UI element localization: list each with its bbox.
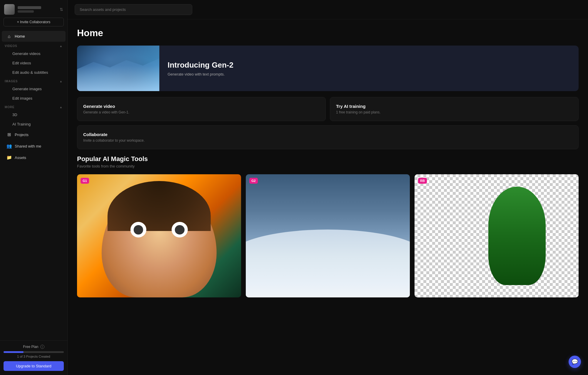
more-section-header[interactable]: MORE ▲ (0, 103, 67, 110)
plan-label: Free Plan i (4, 345, 64, 349)
more-chevron-icon: ▲ (59, 106, 63, 109)
user-profile[interactable]: ⇅ (0, 0, 67, 18)
avatar (4, 4, 15, 15)
sidebar-item-3d[interactable]: 3D (2, 110, 66, 119)
green-figure (488, 187, 546, 285)
sidebar-item-ai-training[interactable]: AI Training (2, 120, 66, 129)
tool-card-3-badge: RB (418, 178, 427, 184)
videos-section-header[interactable]: VIDEOS ▲ (0, 42, 67, 49)
progress-bar-fill (4, 351, 24, 353)
ai-training-label: AI Training (12, 122, 31, 126)
tool-card-2-badge: G2 (249, 178, 258, 184)
feature-card-collaborate[interactable]: Collaborate Invite a collaborator to you… (77, 125, 579, 149)
upgrade-button[interactable]: Upgrade to Standard (4, 361, 64, 371)
chat-icon: 💬 (572, 359, 578, 365)
page-title: Home (77, 28, 579, 38)
tool-card-2[interactable]: G2 (246, 174, 410, 297)
tool-card-1[interactable]: G1 (77, 174, 241, 297)
character-face (102, 187, 217, 297)
hero-banner[interactable]: Introducing Gen-2 Generate video with te… (77, 46, 579, 91)
sidebar-item-shared[interactable]: 👥 Shared with me (2, 140, 66, 152)
tool-card-3[interactable]: RB (415, 174, 579, 297)
popular-title: Popular AI Magic Tools (77, 155, 579, 163)
ai-training-subtitle: 1 free training on paid plans. (336, 110, 572, 114)
edit-videos-label: Edit videos (12, 61, 31, 65)
3d-label: 3D (12, 113, 17, 117)
sidebar: ⇅ + Invite Collaborators ⌂ Home VIDEOS ▲… (0, 0, 68, 375)
character-right-eye (172, 222, 188, 237)
images-section-header[interactable]: IMAGES ▲ (0, 77, 67, 84)
main-content: Home Introducing Gen-2 Generate video wi… (68, 0, 588, 375)
plan-info-icon[interactable]: i (40, 345, 44, 349)
plan-name: Free Plan (23, 345, 38, 349)
sidebar-item-assets[interactable]: 📁 Assets (2, 152, 66, 163)
images-chevron-icon: ▲ (59, 80, 63, 83)
chat-support-button[interactable]: 💬 (569, 356, 581, 368)
invite-collaborators-button[interactable]: + Invite Collaborators (4, 18, 64, 26)
sidebar-nav: ⌂ Home VIDEOS ▲ Generate videos Edit vid… (0, 31, 67, 163)
home-icon: ⌂ (6, 34, 12, 39)
sidebar-item-home-label: Home (15, 34, 25, 38)
tool-card-1-badge: G1 (81, 178, 89, 184)
sidebar-item-generate-videos[interactable]: Generate videos (2, 49, 66, 58)
tools-grid: G1 G2 RB (77, 174, 579, 297)
images-section-label: IMAGES (5, 80, 18, 83)
chevron-down-icon[interactable]: ⇅ (60, 7, 63, 12)
generate-video-title: Generate video (83, 104, 320, 109)
edit-images-label: Edit images (12, 96, 32, 101)
popular-section: Popular AI Magic Tools Favorite tools fr… (77, 155, 579, 297)
collaborate-subtitle: Invite a collaborator to your workspace. (83, 138, 572, 143)
snow-hill (246, 230, 410, 297)
projects-icon: ⊞ (6, 132, 12, 137)
sidebar-item-projects[interactable]: ⊞ Projects (2, 129, 66, 140)
sidebar-item-projects-label: Projects (15, 133, 29, 137)
hero-subtitle: Generate video with text prompts. (168, 72, 233, 76)
generate-video-subtitle: Generate a video with Gen-1. (83, 110, 320, 114)
sidebar-item-assets-label: Assets (15, 155, 26, 160)
videos-section-label: VIDEOS (5, 44, 17, 48)
hero-text: Introducing Gen-2 Generate video with te… (159, 46, 242, 91)
popular-subtitle: Favorite tools from the community (77, 164, 579, 168)
shared-icon: 👥 (6, 143, 12, 149)
content-area: Home Introducing Gen-2 Generate video wi… (68, 19, 588, 306)
generate-images-label: Generate images (12, 87, 42, 91)
assets-icon: 📁 (6, 155, 12, 160)
feature-card-generate-video[interactable]: Generate video Generate a video with Gen… (77, 97, 326, 121)
projects-count: 1 of 3 Projects Created (4, 355, 64, 358)
topbar (68, 0, 588, 19)
user-name (18, 6, 41, 9)
feature-cards: Generate video Generate a video with Gen… (77, 97, 579, 149)
sidebar-item-edit-audio[interactable]: Edit audio & subtitles (2, 68, 66, 77)
sidebar-item-edit-images[interactable]: Edit images (2, 94, 66, 103)
hero-image (77, 46, 159, 91)
ai-training-title: Try AI training (336, 104, 572, 109)
sidebar-item-generate-images[interactable]: Generate images (2, 84, 66, 93)
edit-audio-label: Edit audio & subtitles (12, 70, 48, 75)
search-input[interactable] (75, 4, 192, 15)
generate-videos-label: Generate videos (12, 51, 40, 56)
collaborate-title: Collaborate (83, 132, 572, 137)
user-info (18, 6, 57, 13)
feature-card-ai-training[interactable]: Try AI training 1 free training on paid … (330, 97, 579, 121)
character-left-eye (130, 222, 146, 237)
sidebar-bottom: Free Plan i 1 of 3 Projects Created Upgr… (0, 340, 67, 375)
progress-bar-background (4, 351, 64, 353)
hero-title: Introducing Gen-2 (168, 61, 233, 70)
sidebar-item-edit-videos[interactable]: Edit videos (2, 58, 66, 68)
user-workspace (18, 10, 34, 13)
sidebar-item-home[interactable]: ⌂ Home (2, 31, 66, 42)
videos-chevron-icon: ▲ (59, 44, 63, 48)
more-section-label: MORE (5, 106, 14, 109)
sidebar-item-shared-label: Shared with me (15, 144, 41, 148)
